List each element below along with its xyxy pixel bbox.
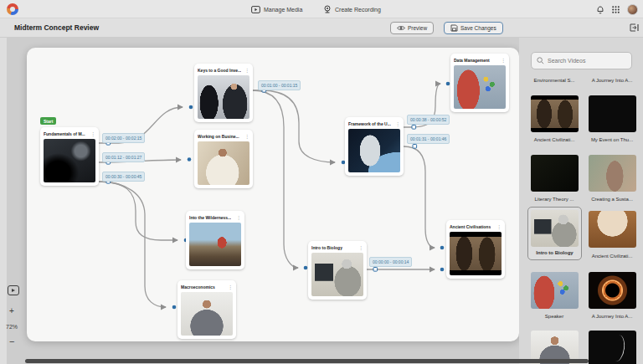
kebab-menu-icon[interactable]: ⋮ (90, 131, 95, 136)
video-thumbnail (44, 139, 95, 182)
search-videos-input[interactable] (548, 58, 623, 64)
kebab-menu-icon[interactable]: ⋮ (358, 245, 363, 250)
video-item-thumbnail[interactable] (589, 211, 636, 248)
node-title: Intro to Biology (311, 245, 342, 250)
zoom-level: 72% (6, 324, 18, 330)
media-folder-icon (251, 6, 260, 13)
node-macroeconomics[interactable]: Macroeconomics⋮ (177, 280, 236, 339)
video-thumbnail (450, 232, 502, 275)
edge (404, 146, 435, 248)
node-title: Keys to a Good Inve... (198, 68, 241, 73)
video-thumbnail (348, 129, 400, 172)
video-thumbnail (189, 223, 241, 266)
search-icon (537, 57, 544, 64)
video-item-thumbnail (531, 210, 579, 247)
video-item-thumbnail[interactable] (589, 95, 636, 132)
video-item-selected[interactable]: Intro to Biology (527, 207, 582, 260)
collapse-panel-icon[interactable] (630, 23, 639, 32)
edge (253, 90, 298, 268)
video-item-thumbnail[interactable] (531, 95, 579, 132)
video-item-label[interactable]: Environmental S... (529, 78, 579, 83)
node-keys[interactable]: Keys to a Good Inve...⋮ (194, 64, 253, 122)
video-item-thumbnail[interactable] (589, 155, 636, 192)
kebab-menu-icon[interactable]: ⋮ (236, 215, 241, 220)
eye-icon (397, 25, 405, 31)
project-header: Midterm Concept Review Preview Save Chan… (0, 18, 643, 38)
node-title: Framework of the U... (348, 121, 391, 126)
video-item-thumbnail[interactable] (589, 331, 636, 364)
edge (99, 182, 166, 307)
video-item-label[interactable]: Ancient Civilizati... (529, 137, 579, 142)
video-panel-button[interactable] (8, 285, 19, 295)
manage-media-button[interactable]: Manage Media (251, 0, 302, 18)
video-item-label: Intro to Biology (531, 250, 579, 255)
video-item-label[interactable]: Speaker (529, 314, 579, 319)
node-wilderness[interactable]: Into the Wilderness...⋮ (186, 211, 244, 269)
kebab-menu-icon[interactable]: ⋮ (228, 285, 233, 290)
video-thumbnail (198, 75, 249, 119)
node-title: Fundamentals of M... (44, 131, 85, 136)
video-item-label[interactable]: A Journey Into A... (587, 78, 637, 83)
video-item-label[interactable]: A Journey Into A... (587, 314, 637, 319)
start-badge: Start (40, 117, 56, 125)
app-logo-icon[interactable] (7, 3, 18, 15)
video-item-label[interactable]: My Event on Thu... (587, 137, 637, 142)
kebab-menu-icon[interactable]: ⋮ (244, 68, 249, 73)
search-videos-box[interactable] (531, 52, 632, 69)
video-item-label[interactable]: Ancient Civilizati... (587, 254, 637, 259)
play-icon (12, 289, 15, 292)
edge (99, 182, 177, 240)
preview-button[interactable]: Preview (390, 22, 434, 34)
node-title: Working on Busine... (198, 134, 239, 139)
segment-time-chip[interactable]: 00:00:00 - 00:00:14 (369, 257, 412, 267)
segment-time-chip[interactable]: 00:00:30 - 00:00:45 (102, 172, 145, 182)
horizontal-scrollbar[interactable] (25, 359, 589, 363)
node-fundamentals[interactable]: Fundamentals of M...⋮ (40, 127, 99, 186)
node-intro-biology[interactable]: Intro to Biology⋮ (308, 241, 367, 300)
left-rail (0, 38, 7, 364)
node-title: Into the Wilderness... (189, 215, 231, 220)
segment-time-chip[interactable]: 00:01:31 - 00:01:46 (407, 134, 450, 144)
flow-canvas[interactable]: Start Fundamentals of M...⋮ Keys to a Go… (27, 48, 519, 341)
segment-time-chip[interactable]: 00:00:38 - 00:00:52 (407, 115, 450, 125)
node-data-management[interactable]: Data Management⋮ (450, 54, 509, 112)
node-title: Data Management (454, 58, 490, 63)
video-item-thumbnail[interactable] (589, 272, 636, 309)
create-recording-label: Create Recording (335, 7, 381, 13)
top-bar: Manage Media Create Recording (0, 0, 643, 18)
edge (253, 90, 335, 162)
segment-time-chip[interactable]: 00:01:00 - 00:01:15 (258, 80, 301, 90)
video-item-label[interactable]: Creating a Susta... (587, 197, 637, 202)
apps-grid-icon[interactable] (612, 6, 620, 13)
save-changes-button[interactable]: Save Changes (444, 22, 503, 34)
webcam-icon (323, 5, 332, 13)
node-title: Macroeconomics (181, 285, 215, 290)
zoom-in-button[interactable]: + (9, 306, 14, 315)
node-ancient-civilisations[interactable]: Ancient Civilisations⋮ (446, 220, 505, 279)
kebab-menu-icon[interactable]: ⋮ (496, 224, 502, 229)
manage-media-label: Manage Media (264, 7, 302, 13)
video-library-sidebar: Environmental S... A Journey Into A... A… (519, 38, 643, 364)
connection-handles (106, 89, 417, 272)
kebab-menu-icon[interactable]: ⋮ (501, 58, 506, 63)
video-thumbnail (454, 65, 506, 109)
user-avatar[interactable] (627, 4, 638, 15)
kebab-menu-icon[interactable]: ⋮ (395, 121, 400, 126)
floppy-save-icon (450, 24, 458, 32)
save-changes-label: Save Changes (460, 25, 496, 31)
node-title: Ancient Civilisations (450, 224, 491, 229)
zoom-out-button[interactable]: − (9, 336, 14, 346)
video-thumbnail (198, 141, 249, 185)
video-item-label[interactable]: Literary Theory ... (529, 197, 579, 202)
segment-time-chip[interactable]: 00:02:00 - 00:02:15 (102, 133, 145, 143)
video-thumbnail (181, 292, 233, 336)
video-item-thumbnail[interactable] (531, 155, 579, 192)
segment-time-chip[interactable]: 00:01:12 - 00:01:27 (102, 152, 145, 162)
node-working[interactable]: Working on Busine...⋮ (194, 130, 253, 188)
node-framework[interactable]: Framework of the U...⋮ (345, 117, 404, 176)
notifications-bell-icon[interactable] (596, 5, 604, 14)
video-item-thumbnail[interactable] (531, 272, 579, 309)
kebab-menu-icon[interactable]: ⋮ (244, 134, 249, 139)
create-recording-button[interactable]: Create Recording (323, 0, 381, 18)
edge-layer (27, 48, 519, 341)
